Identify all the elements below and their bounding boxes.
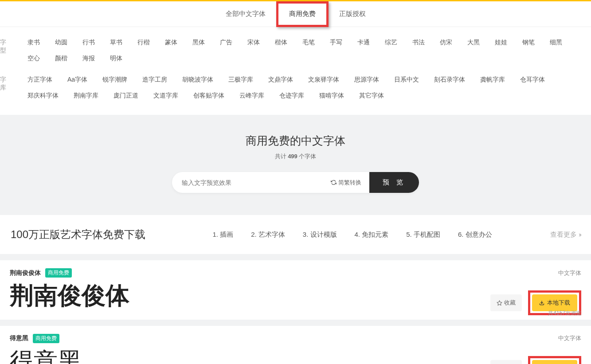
tab-all-chinese[interactable]: 全部中文字体: [215, 1, 276, 27]
filter-tag[interactable]: 幼圆: [49, 36, 74, 49]
filter-tag[interactable]: 日系中文: [388, 73, 425, 86]
promo-link[interactable]: 2. 艺术字体: [251, 231, 285, 239]
filter-tag[interactable]: Aa字体: [61, 73, 94, 86]
favorite-button[interactable]: 收藏: [490, 360, 522, 364]
filter-tags-lib: 方正字体Aa字体锐字潮牌造字工房胡晓波字体三极字库文鼎字体文泉驿字体思源字体日系…: [21, 73, 591, 105]
download-button[interactable]: 本地下载: [532, 294, 577, 311]
font-category[interactable]: 中文字体: [558, 334, 581, 342]
filter-tag[interactable]: 文鼎字体: [262, 73, 299, 86]
hero-title: 商用免费的中文字体: [0, 133, 591, 148]
font-name-row: 荆南俊俊体 商用免费: [10, 268, 72, 278]
promo-link[interactable]: 6. 创意办公: [458, 231, 492, 239]
preview-input[interactable]: [172, 173, 323, 192]
filter-label-type: 字型: [0, 36, 21, 57]
hero-sub-suffix: 个字体: [297, 153, 317, 160]
promo-link[interactable]: 5. 手机配图: [406, 231, 440, 239]
filter-tag[interactable]: 猫啃字体: [313, 89, 350, 102]
promo-title: 100万正版艺术字体免费下载: [11, 227, 145, 242]
filter-tag[interactable]: 空心: [21, 52, 46, 65]
spacer: [0, 254, 591, 260]
filter-tag[interactable]: 颜楷: [49, 52, 74, 65]
filter-tag[interactable]: 云峰字库: [233, 89, 270, 102]
filter-tag[interactable]: 黑体: [186, 36, 211, 49]
font-list: 荆南俊俊体 商用免费 中文字体 荆南俊俊体 收藏 本地下载 共4157次浏览 得…: [0, 260, 591, 364]
filter-tag[interactable]: 手写: [324, 36, 348, 49]
font-actions: 收藏 本地下载: [490, 356, 581, 364]
main-tabs: 全部中文字体 商用免费 正版授权: [0, 1, 591, 27]
filter-tag[interactable]: 三极字库: [222, 73, 259, 86]
filter-tag[interactable]: 草书: [104, 36, 129, 49]
filter-tag[interactable]: 大黑: [461, 36, 486, 49]
promo-link[interactable]: 4. 免扣元素: [355, 231, 389, 239]
download-highlight: 本地下载: [528, 356, 581, 364]
filter-tag[interactable]: 其它字体: [353, 89, 390, 102]
filter-tag[interactable]: 仓耳字体: [514, 73, 551, 86]
filter-tag[interactable]: 行书: [76, 36, 101, 49]
promo-link[interactable]: 3. 设计模版: [303, 231, 337, 239]
filter-tag[interactable]: 广告: [214, 36, 239, 49]
free-badge: 商用免费: [33, 334, 59, 343]
filter-label-lib: 字库: [0, 73, 21, 94]
promo-links: 1. 插画2. 艺术字体3. 设计模版4. 免扣元素5. 手机配图6. 创意办公: [154, 231, 550, 239]
search-bar: 简繁转换 预 览: [172, 172, 419, 193]
filter-tag[interactable]: 锐字潮牌: [96, 73, 133, 86]
filter-tag[interactable]: 胡晓波字体: [176, 73, 219, 86]
filter-tag[interactable]: 文道字库: [147, 89, 184, 102]
filter-section: 字型 隶书幼圆行书草书行楷篆体黑体广告宋体楷体毛笔手写卡通综艺书法仿宋大黑娃娃钢…: [0, 27, 591, 115]
filter-tag[interactable]: 行楷: [131, 36, 156, 49]
promo-more[interactable]: 查看更多››: [550, 231, 580, 239]
filter-tag[interactable]: 创客贴字体: [187, 89, 231, 102]
promo-link[interactable]: 1. 插画: [212, 231, 233, 239]
filter-tag[interactable]: 文泉驿字体: [302, 73, 345, 86]
refresh-icon: [331, 180, 337, 185]
font-name[interactable]: 得意黑: [10, 334, 28, 342]
filter-tag[interactable]: 篆体: [159, 36, 184, 49]
filter-tag[interactable]: 综艺: [379, 36, 403, 49]
font-card-head: 得意黑 商用免费 中文字体: [10, 334, 581, 343]
filter-tag[interactable]: 娃娃: [489, 36, 513, 49]
star-icon: [497, 300, 502, 306]
hero-count: 499: [288, 153, 297, 160]
filter-row-lib: 字库 方正字体Aa字体锐字潮牌造字工房胡晓波字体三极字库文鼎字体文泉驿字体思源字…: [0, 73, 591, 105]
filter-tag[interactable]: 钢笔: [516, 36, 541, 49]
filter-tag[interactable]: 仿宋: [434, 36, 458, 49]
favorite-label: 收藏: [504, 299, 516, 307]
convert-toggle[interactable]: 简繁转换: [323, 179, 369, 187]
filter-tag[interactable]: 海报: [76, 52, 101, 65]
promo-bar: 100万正版艺术字体免费下载 1. 插画2. 艺术字体3. 设计模版4. 免扣元…: [0, 215, 591, 254]
filter-tag[interactable]: 龚帆字库: [474, 73, 511, 86]
filter-tag[interactable]: 刻石录字体: [428, 73, 471, 86]
filter-tag[interactable]: 卡通: [351, 36, 376, 49]
tab-free-commercial[interactable]: 商用免费: [276, 1, 329, 27]
filter-tag[interactable]: 隶书: [21, 36, 46, 49]
filter-tag[interactable]: 荆南字库: [67, 89, 105, 102]
filter-tag[interactable]: 细黑: [544, 36, 568, 49]
filter-tag[interactable]: 郑庆科字体: [21, 89, 65, 102]
font-category[interactable]: 中文字体: [558, 269, 581, 277]
font-card-head: 荆南俊俊体 商用免费 中文字体: [10, 268, 581, 278]
favorite-button[interactable]: 收藏: [490, 294, 522, 311]
convert-label: 简繁转换: [338, 179, 361, 187]
filter-tag[interactable]: 方正字体: [21, 73, 59, 86]
preview-button[interactable]: 预 览: [369, 172, 419, 193]
svg-marker-0: [497, 301, 502, 305]
filter-tag[interactable]: 明体: [104, 52, 129, 65]
filter-tag[interactable]: 庞门正道: [107, 89, 145, 102]
download-icon: [539, 300, 544, 305]
tab-licensed[interactable]: 正版授权: [329, 1, 376, 27]
filter-tag[interactable]: 仓迹字库: [273, 89, 310, 102]
hero-sub-prefix: 共计: [275, 153, 288, 160]
view-count: 共4157次浏览: [548, 309, 581, 317]
hero-section: 商用免费的中文字体 共计 499 个字体 简繁转换 预 览: [0, 115, 591, 215]
filter-tag[interactable]: 书法: [406, 36, 431, 49]
filter-tag[interactable]: 思源字体: [348, 73, 385, 86]
filter-tag[interactable]: 毛笔: [296, 36, 321, 49]
download-button[interactable]: 本地下载: [532, 360, 577, 364]
font-name[interactable]: 荆南俊俊体: [10, 269, 41, 277]
hero-subtitle: 共计 499 个字体: [0, 153, 591, 160]
filter-tag[interactable]: 造字工房: [136, 73, 173, 86]
filter-tag[interactable]: 楷体: [269, 36, 294, 49]
filter-tag[interactable]: 宋体: [241, 36, 266, 49]
filter-row-type: 字型 隶书幼圆行书草书行楷篆体黑体广告宋体楷体毛笔手写卡通综艺书法仿宋大黑娃娃钢…: [0, 36, 591, 68]
download-label: 本地下载: [547, 299, 570, 307]
